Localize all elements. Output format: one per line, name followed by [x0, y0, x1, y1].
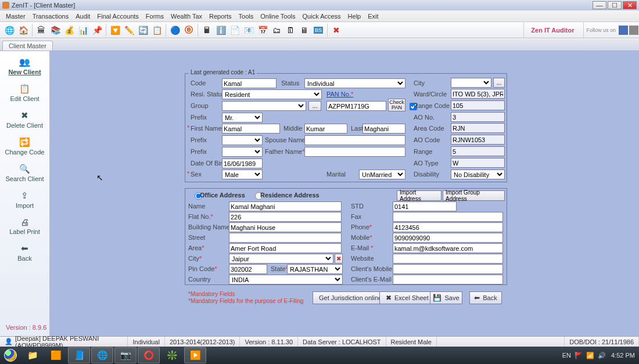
website-input[interactable]	[393, 254, 503, 264]
pan-input[interactable]	[326, 101, 386, 111]
social-icon-2[interactable]	[629, 26, 638, 35]
taskbar-powerpoint[interactable]: ▶️	[184, 347, 206, 363]
pin-input[interactable]	[229, 264, 267, 274]
back-button[interactable]: ⬅Back	[469, 291, 502, 304]
last-name-input[interactable]	[362, 124, 405, 134]
menu-master[interactable]: Master	[2, 13, 29, 20]
sex-select[interactable]: Male	[222, 170, 263, 179]
city-lookup-button[interactable]: ...	[493, 78, 505, 88]
taskbar-chrome[interactable]: 🌐	[91, 347, 113, 363]
tray-lang[interactable]: EN	[562, 352, 571, 359]
street-input[interactable]	[229, 233, 342, 243]
ao-code-input[interactable]	[451, 135, 505, 145]
city-clear-button[interactable]: ✖	[335, 254, 343, 264]
tab-client-master[interactable]: Client Master	[2, 41, 53, 51]
save-button[interactable]: 💾Save	[430, 291, 462, 304]
toolbar-btn-6[interactable]: 📊	[77, 24, 89, 37]
tray-network-icon[interactable]: 📶	[586, 352, 594, 359]
toolbar-btn-4[interactable]: 📚	[49, 24, 62, 37]
toolbar-btn-5[interactable]: 💰	[63, 24, 76, 37]
menu-final-accounts[interactable]: Final Accounts	[94, 13, 142, 20]
taskbar-app-3[interactable]: 📘	[68, 347, 90, 363]
building-input[interactable]	[229, 222, 342, 232]
start-button[interactable]	[0, 347, 21, 364]
range-input[interactable]	[451, 146, 505, 156]
toolbar-btn-9[interactable]: ✏️	[123, 24, 135, 37]
toolbar-btn-14[interactable]: 🖩	[200, 24, 213, 37]
taskbar-explorer[interactable]: 📁	[21, 347, 44, 363]
menu-tools[interactable]: Tools	[235, 13, 257, 20]
toolbar-btn-21[interactable]: 🖥	[298, 24, 311, 37]
import-address-button[interactable]: Import Address	[397, 190, 441, 201]
middle-name-input[interactable]	[304, 124, 347, 134]
close-button[interactable]: ✕	[623, 1, 637, 9]
sidebar-back[interactable]: ⬅Back	[0, 241, 49, 268]
status-select[interactable]: Individual	[304, 78, 405, 88]
disability-select[interactable]: No Disability	[451, 170, 505, 179]
menu-exit[interactable]: Exit	[364, 13, 382, 20]
excel-sheet-button[interactable]: ✖Excel Sheet	[379, 291, 435, 304]
fax-input[interactable]	[393, 212, 503, 222]
ao-type-input[interactable]	[451, 158, 505, 168]
taskbar-app-5[interactable]: 📷	[114, 347, 137, 363]
menu-audit[interactable]: Audit	[72, 13, 94, 20]
minimize-button[interactable]: —	[593, 1, 606, 9]
marital-select[interactable]: UnMarried	[359, 170, 405, 179]
get-jurisdiction-button[interactable]: Get Jurisdiction online	[313, 291, 388, 304]
sidebar-new-client[interactable]: 👥New Client	[0, 55, 49, 81]
toolbar-btn-13[interactable]: ⓔ	[182, 24, 195, 37]
check-pan-button[interactable]: Check PAN	[388, 99, 405, 111]
label-pan[interactable]: PAN No.*	[326, 91, 353, 98]
flat-input[interactable]	[229, 212, 342, 222]
toolbar-btn-16[interactable]: 📄	[228, 24, 241, 37]
toolbar-btn-22[interactable]: BS	[312, 24, 325, 37]
sidebar-delete-client[interactable]: ✖Delete Client	[0, 108, 49, 135]
email-input[interactable]	[393, 243, 503, 253]
facebook-icon[interactable]	[619, 26, 628, 35]
taskbar-app-7[interactable]: ❇️	[161, 347, 183, 363]
tray-sound-icon[interactable]: 🔊	[598, 352, 606, 359]
toolbar-btn-2[interactable]: 🏠	[17, 24, 30, 37]
toolbar-btn-12[interactable]: 🔵	[168, 24, 181, 37]
toolbar-btn-20[interactable]: 🗓	[284, 24, 297, 37]
tray-clock[interactable]: 4:52 PM	[611, 352, 635, 359]
toolbar-btn-15[interactable]: ℹ️	[214, 24, 227, 37]
country-select[interactable]: INDIA	[229, 275, 343, 284]
code-input[interactable]	[222, 78, 277, 88]
ward-input[interactable]	[451, 89, 505, 99]
prefix1-select[interactable]: Mr.	[222, 113, 263, 122]
resi-status-select[interactable]: Resident	[222, 89, 322, 99]
import-group-address-button[interactable]: Import Group Address	[443, 190, 505, 201]
range-code-input[interactable]	[451, 100, 505, 110]
toolbar-btn-11[interactable]: 📋	[150, 24, 163, 37]
toolbar-btn-7[interactable]: 📌	[91, 24, 103, 37]
taskbar-app-6[interactable]: ⭕	[138, 347, 160, 363]
mobile-input[interactable]	[393, 233, 503, 243]
client-mobile-input[interactable]	[393, 264, 503, 274]
addr-city-select[interactable]: Jaipur	[229, 254, 333, 264]
area-input[interactable]	[229, 243, 342, 253]
sidebar-label-print[interactable]: 🖨Label Print	[0, 215, 49, 241]
std-input[interactable]	[393, 201, 457, 211]
sidebar-edit-client[interactable]: 📋Edit Client	[0, 81, 49, 108]
father-input[interactable]	[304, 147, 405, 157]
toolbar-btn-3[interactable]: 🏛	[35, 24, 48, 37]
addr-name-input[interactable]	[229, 201, 342, 211]
toolbar-btn-17[interactable]: 📧	[242, 24, 255, 37]
sidebar-search-client[interactable]: 🔍Search Client	[0, 161, 49, 188]
phone-input[interactable]	[393, 222, 503, 232]
prefix3-select[interactable]	[222, 147, 263, 157]
toolbar-btn-close[interactable]: ✖	[330, 24, 343, 37]
menu-forms[interactable]: Forms	[142, 13, 167, 20]
menu-quick-access[interactable]: Quick Access	[299, 13, 344, 20]
menu-reports[interactable]: Reports	[206, 13, 235, 20]
city-select[interactable]	[451, 78, 491, 88]
menu-online-tools[interactable]: Online Tools	[257, 13, 299, 20]
toolbar-btn-19[interactable]: 🗂	[270, 24, 283, 37]
menu-transactions[interactable]: Transactions	[29, 13, 73, 20]
toolbar-btn-10[interactable]: 🔄	[137, 24, 149, 37]
taskbar-app-2[interactable]: 🟧	[45, 347, 67, 363]
prefix2-select[interactable]	[222, 135, 263, 145]
maximize-button[interactable]: ☐	[608, 1, 622, 9]
tray-flag-icon[interactable]: 🚩	[575, 352, 583, 359]
